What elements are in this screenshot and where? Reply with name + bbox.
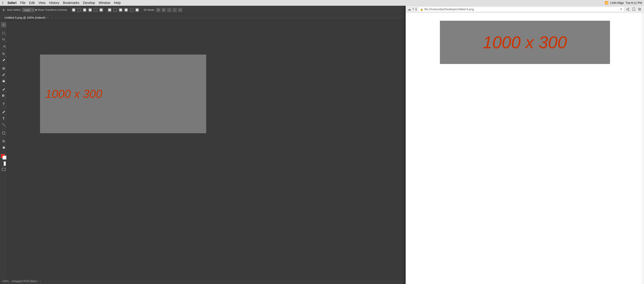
text-tool[interactable]: T xyxy=(1,116,6,121)
svg-rect-9 xyxy=(2,132,5,134)
svg-rect-16 xyxy=(2,168,5,171)
auto-select-dropdown[interactable]: Layer Group xyxy=(22,8,34,12)
ps-active-tab[interactable]: Untitled-5.png @ 100% (Index#) ✕ xyxy=(2,15,52,20)
autoselete-group: Auto-Select: Layer Group Show Transform … xyxy=(7,8,67,12)
dist-right-btn[interactable]: ⬜ xyxy=(118,8,123,12)
ps-statusbar: 100% Untagged RGB (8bpc) › xyxy=(0,278,421,284)
safari-urlbar: ☁ ? ℹ 🔒 file:///Users/dar/Desktop/Untitl… xyxy=(406,6,644,13)
dist-top-btn[interactable]: ⬜ xyxy=(124,8,128,12)
path-selection-tool[interactable] xyxy=(1,122,6,127)
ps-optionsbar: Auto-Select: Layer Group Show Transform … xyxy=(0,6,421,14)
auto-select-label: Auto-Select: xyxy=(7,9,21,12)
menu-bookmarks[interactable]: Bookmarks xyxy=(61,0,81,6)
ps-tab-close[interactable]: ✕ xyxy=(47,16,49,19)
safari-reload-btn[interactable]: ↺ xyxy=(620,8,622,11)
3d-orbit-btn[interactable]: ⟲ xyxy=(156,8,160,12)
safari-lock-icon: 🔒 xyxy=(420,8,423,11)
clone-stamp-tool[interactable] xyxy=(1,78,6,84)
lasso-tool[interactable] xyxy=(1,37,6,42)
zoom-tool[interactable] xyxy=(1,138,6,144)
ps-status-arrow[interactable]: › xyxy=(40,280,41,283)
svg-point-6 xyxy=(3,102,4,104)
menu-safari[interactable]: Safari xyxy=(6,0,18,6)
safari-image-text: 1000 x 300 xyxy=(483,33,567,52)
svg-rect-15 xyxy=(4,162,6,166)
color-swatch[interactable] xyxy=(1,154,6,160)
pen-tool[interactable] xyxy=(1,109,6,115)
quick-mask-btn[interactable] xyxy=(1,161,6,166)
svg-rect-14 xyxy=(2,162,4,166)
3d-mode-label: 3D Mode: xyxy=(144,9,155,12)
background-color[interactable] xyxy=(2,156,6,160)
align-left-btn[interactable]: ⬜ xyxy=(72,8,76,12)
magic-wand-tool[interactable] xyxy=(1,43,6,48)
toolbox-sep-9 xyxy=(1,152,6,152)
time-label: Tue 8:11 PM xyxy=(626,1,642,5)
toolbox-sep-7 xyxy=(1,129,6,129)
marquee-tool[interactable] xyxy=(1,30,6,36)
safari-content: 1000 x 300 xyxy=(406,13,644,284)
brush-tool[interactable] xyxy=(1,72,6,77)
hand-tool[interactable] xyxy=(1,145,6,150)
toolbox-sep-2 xyxy=(1,50,6,50)
safari-cloud-icon[interactable]: ☁ xyxy=(408,7,411,11)
status-icons: 📶 1160.59ga Tue 8:11 PM xyxy=(605,1,642,5)
move-tool[interactable] xyxy=(1,22,6,28)
ps-tab-label: Untitled-5.png @ 100% (Index#) xyxy=(4,16,46,19)
safari-help-icon[interactable]: ? xyxy=(412,7,414,11)
dist-middle-v-btn[interactable]: ⬛ xyxy=(130,8,134,12)
apple-menu[interactable]:  xyxy=(2,1,4,5)
menu-edit[interactable]: Edit xyxy=(27,0,37,6)
safari-image-banner: 1000 x 300 xyxy=(440,21,610,64)
crop-tool[interactable] xyxy=(1,51,6,57)
patch-tool[interactable] xyxy=(1,66,6,71)
eyedropper-tool[interactable] xyxy=(1,57,6,63)
3d-slide-btn[interactable]: ↔ xyxy=(172,8,177,12)
safari-window: ‹ › ☁ ? ℹ 🔒 file:///Users/dar/Deskto xyxy=(406,0,644,284)
safari-scrollbar[interactable] xyxy=(642,13,644,284)
toolbox-sep-8 xyxy=(1,137,6,137)
menu-history[interactable]: History xyxy=(47,0,61,6)
eraser-tool[interactable] xyxy=(1,87,6,92)
dist-bottom-btn[interactable]: ⬜ xyxy=(135,8,139,12)
3d-scale-btn[interactable]: ⤢ xyxy=(178,8,182,12)
menu-file[interactable]: File xyxy=(18,0,27,6)
shape-tool[interactable] xyxy=(1,130,6,136)
menu-help[interactable]: Help xyxy=(112,0,122,6)
align-bottom-btn[interactable]: ⬜ xyxy=(99,8,103,12)
ps-main: T xyxy=(0,21,421,278)
menu-window[interactable]: Window xyxy=(97,0,112,6)
ps-tabbar: Untitled-5.png @ 100% (Index#) ✕ xyxy=(0,14,421,21)
svg-rect-5 xyxy=(2,94,5,97)
ps-canvas-area: 1000 x 300 xyxy=(7,21,421,278)
align-middle-v-btn[interactable]: ⬛ xyxy=(94,8,98,12)
align-right-btn[interactable]: ⬜ xyxy=(82,8,87,12)
ps-canvas: 1000 x 300 xyxy=(40,55,206,133)
safari-add-bookmark-btn[interactable] xyxy=(632,7,636,12)
align-center-h-btn[interactable]: ⬛ xyxy=(77,8,81,12)
ps-canvas-image-text: 1000 x 300 xyxy=(45,87,102,101)
menu-develop[interactable]: Develop xyxy=(81,0,97,6)
3d-drag-btn[interactable]: ↕ xyxy=(167,8,171,12)
dist-center-h-btn[interactable]: ⬛ xyxy=(113,8,117,12)
gradient-tool[interactable] xyxy=(1,93,6,98)
menu-view[interactable]: View xyxy=(37,0,47,6)
show-transform-checkbox[interactable] xyxy=(35,9,37,11)
dodge-tool[interactable] xyxy=(1,101,6,107)
safari-info-icon[interactable]: ℹ xyxy=(416,7,417,11)
3d-roll-btn[interactable]: ↻ xyxy=(162,8,166,12)
wifi-icon: 📶 xyxy=(605,1,608,5)
screen-mode-btn[interactable] xyxy=(1,167,6,172)
separator-1 xyxy=(69,8,70,12)
safari-url-bar[interactable]: 🔒 file:///Users/dar/Desktop/Untitled-5.p… xyxy=(418,7,624,12)
separator-2 xyxy=(105,8,106,12)
mac-menubar:  Safari File Edit View History Bookmark… xyxy=(0,0,644,6)
safari-reading-list-btn[interactable] xyxy=(638,7,642,12)
svg-rect-1 xyxy=(4,46,5,47)
align-top-btn[interactable]: ⬜ xyxy=(88,8,92,12)
dist-left-btn[interactable]: ⬜ xyxy=(108,8,112,12)
svg-rect-25 xyxy=(638,8,640,9)
ps-color-profile: Untagged RGB (8bpc) xyxy=(12,280,37,283)
move-tool-icon[interactable] xyxy=(2,8,6,12)
safari-share-btn[interactable] xyxy=(626,7,630,12)
